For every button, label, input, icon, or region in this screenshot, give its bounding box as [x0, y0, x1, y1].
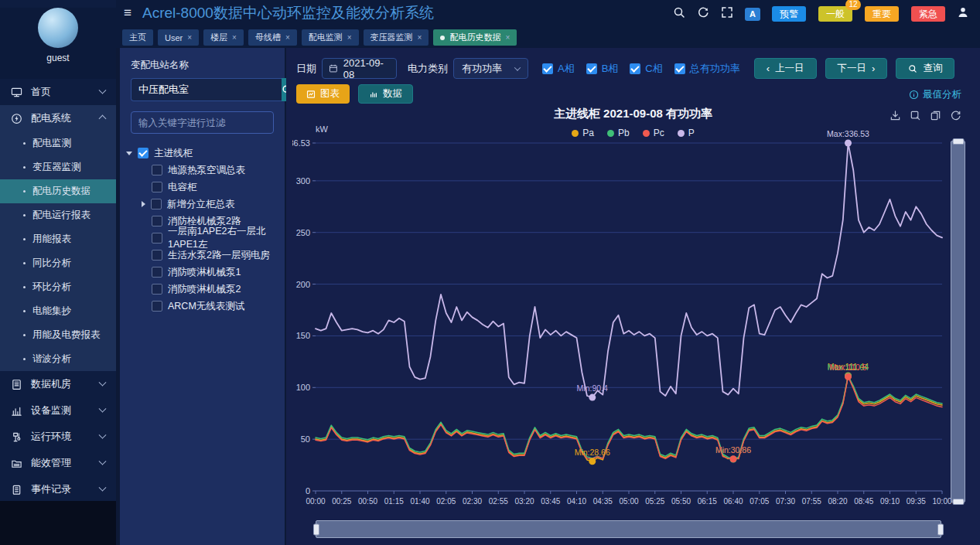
checkbox-unchecked[interactable]: [152, 267, 162, 278]
v-datazoom-handle-bottom[interactable]: [952, 499, 964, 505]
v-datazoom-slider[interactable]: [951, 141, 965, 502]
alarm-button-预警[interactable]: 预警: [772, 6, 806, 22]
h-datazoom-handle-left[interactable]: [313, 523, 319, 535]
phase-checkbox-group: A相B相C相总有功功率: [542, 62, 740, 76]
line-chart[interactable]: 050100150200250300336.5300:0000:2500:500…: [292, 122, 974, 518]
checkbox-unchecked[interactable]: [152, 216, 162, 227]
h-datazoom-slider[interactable]: [316, 520, 941, 538]
caret-down-icon[interactable]: [126, 152, 132, 155]
phase-checkbox-总有功功率[interactable]: 总有功功率: [674, 62, 740, 76]
tab-变压器监测[interactable]: 变压器监测×: [364, 29, 429, 46]
tab-配电历史数据[interactable]: 配电历史数据×: [433, 29, 517, 46]
refresh-icon[interactable]: [697, 6, 709, 22]
sidebar-subitem-用能报表[interactable]: 用能报表: [0, 227, 116, 251]
sidebar-item-配电系统[interactable]: 配电系统: [0, 105, 116, 131]
max-analysis-link[interactable]: 最值分析: [909, 88, 961, 101]
tree-filter-input[interactable]: [131, 111, 274, 134]
checkbox-unchecked[interactable]: [152, 301, 162, 312]
phase-checkbox-B相[interactable]: B相: [586, 62, 619, 76]
checkbox-checked[interactable]: [674, 63, 685, 74]
svg-text:05:50: 05:50: [671, 497, 691, 506]
svg-text:250: 250: [296, 228, 310, 237]
checkbox-checked[interactable]: [630, 63, 640, 74]
save-image-icon[interactable]: [890, 110, 901, 121]
chart-view-button[interactable]: 图表: [296, 84, 350, 104]
svg-text:00:00: 00:00: [306, 497, 325, 506]
tree-node-电容柜[interactable]: 电容柜: [126, 179, 278, 196]
alarm-button-重要[interactable]: 重要: [865, 6, 899, 22]
alarm-button-紧急[interactable]: 紧急: [911, 6, 945, 22]
phase-checkbox-C相[interactable]: C相: [630, 62, 662, 76]
server-icon: [11, 379, 23, 390]
tree-node-生活水泵2路一层弱电房[interactable]: 生活水泵2路一层弱电房: [126, 247, 278, 264]
translate-icon[interactable]: A: [745, 8, 760, 21]
v-datazoom-handle-top[interactable]: [952, 138, 964, 145]
prev-day-button[interactable]: ‹上一日: [754, 58, 817, 79]
tree-node-地源热泵空调总表[interactable]: 地源热泵空调总表: [126, 162, 278, 179]
tab-close-icon[interactable]: ×: [232, 33, 237, 42]
tree-node-消防喷淋机械泵1[interactable]: 消防喷淋机械泵1: [126, 264, 278, 281]
sidebar-subitem-同比分析[interactable]: 同比分析: [0, 251, 116, 275]
query-button[interactable]: 查询: [896, 58, 954, 79]
checkbox-checked[interactable]: [138, 148, 149, 158]
data-view-button[interactable]: 数据: [358, 84, 413, 104]
sidebar-item-首页[interactable]: 首页: [0, 79, 116, 105]
checkbox-unchecked[interactable]: [152, 182, 162, 192]
tree-node-label: 电容柜: [168, 181, 197, 194]
zoom-select-icon[interactable]: [910, 110, 921, 121]
checkbox-unchecked[interactable]: [152, 233, 162, 244]
fullscreen-icon[interactable]: [721, 6, 733, 22]
sidebar-item-设备监测[interactable]: 设备监测: [0, 397, 116, 424]
sidebar-subitem-配电监测[interactable]: 配电监测: [0, 131, 116, 155]
menu-toggle-icon[interactable]: ≡: [124, 5, 131, 21]
tree-node-一层南1APE2右一层北1APE1左[interactable]: 一层南1APE2右一层北1APE1左: [126, 230, 278, 247]
sidebar-subitem-配电历史数据[interactable]: 配电历史数据: [0, 179, 116, 203]
search-icon[interactable]: [673, 6, 685, 22]
checkbox-unchecked[interactable]: [152, 165, 162, 175]
sidebar-subitem-环比分析[interactable]: 环比分析: [0, 275, 116, 299]
sidebar-subitem-电能集抄[interactable]: 电能集抄: [0, 299, 116, 323]
next-day-button[interactable]: 下一日›: [825, 58, 888, 79]
power-type-select[interactable]: 有功功率: [453, 58, 528, 79]
refresh-icon[interactable]: [950, 110, 961, 121]
h-datazoom-handle-right[interactable]: [937, 523, 944, 535]
checkbox-checked[interactable]: [542, 63, 553, 74]
checkbox-unchecked[interactable]: [152, 284, 162, 295]
tab-close-icon[interactable]: ×: [505, 33, 510, 42]
sidebar-subitem-谐波分析[interactable]: 谐波分析: [0, 347, 116, 371]
svg-text:08:45: 08:45: [854, 497, 873, 506]
tab-配电监测[interactable]: 配电监测×: [302, 29, 359, 46]
sidebar-subitem-用能及电费报表[interactable]: 用能及电费报表: [0, 323, 116, 347]
user-icon[interactable]: [957, 6, 969, 22]
sidebar-item-事件记录[interactable]: 事件记录: [0, 476, 116, 502]
sidebar-item-数据机房[interactable]: 数据机房: [0, 371, 116, 397]
checkbox-unchecked[interactable]: [152, 250, 162, 261]
checkbox-checked[interactable]: [586, 63, 597, 74]
sidebar-subitem-变压器监测[interactable]: 变压器监测: [0, 155, 116, 179]
tab-楼层[interactable]: 楼层×: [203, 29, 244, 46]
sidebar-item-运行环境[interactable]: 运行环境: [0, 424, 116, 450]
tree-node-主进线柜[interactable]: 主进线柜: [126, 145, 278, 162]
caret-right-icon[interactable]: [142, 201, 145, 207]
tab-主页[interactable]: 主页: [122, 29, 153, 46]
avatar[interactable]: [38, 8, 78, 48]
station-input[interactable]: [131, 78, 282, 101]
tab-User[interactable]: User×: [158, 29, 199, 46]
sidebar-item-能效管理[interactable]: 能效管理: [0, 450, 116, 476]
tree-node-消防喷淋机械泵2[interactable]: 消防喷淋机械泵2: [126, 281, 278, 298]
tree-node-新增分立柜总表[interactable]: 新增分立柜总表: [126, 196, 278, 213]
date-picker[interactable]: 2021-09-08: [322, 58, 397, 79]
header: ≡ Acrel-8000数据中心动环监控及能效分析系统 A 预警一般12重要紧急…: [116, 0, 980, 48]
restore-icon[interactable]: [930, 110, 941, 121]
phase-checkbox-A相[interactable]: A相: [542, 62, 575, 76]
tab-close-icon[interactable]: ×: [418, 33, 422, 42]
tab-close-icon[interactable]: ×: [187, 33, 192, 42]
checkbox-unchecked[interactable]: [151, 199, 162, 209]
tab-close-icon[interactable]: ×: [347, 33, 352, 42]
alarm-button-一般[interactable]: 一般12: [818, 6, 852, 22]
info-icon: [909, 90, 919, 100]
tab-母线槽[interactable]: 母线槽×: [248, 29, 297, 46]
tab-close-icon[interactable]: ×: [285, 33, 290, 42]
tree-node-ARCM无线表测试[interactable]: ARCM无线表测试: [126, 298, 278, 315]
sidebar-subitem-配电运行报表[interactable]: 配电运行报表: [0, 203, 116, 227]
